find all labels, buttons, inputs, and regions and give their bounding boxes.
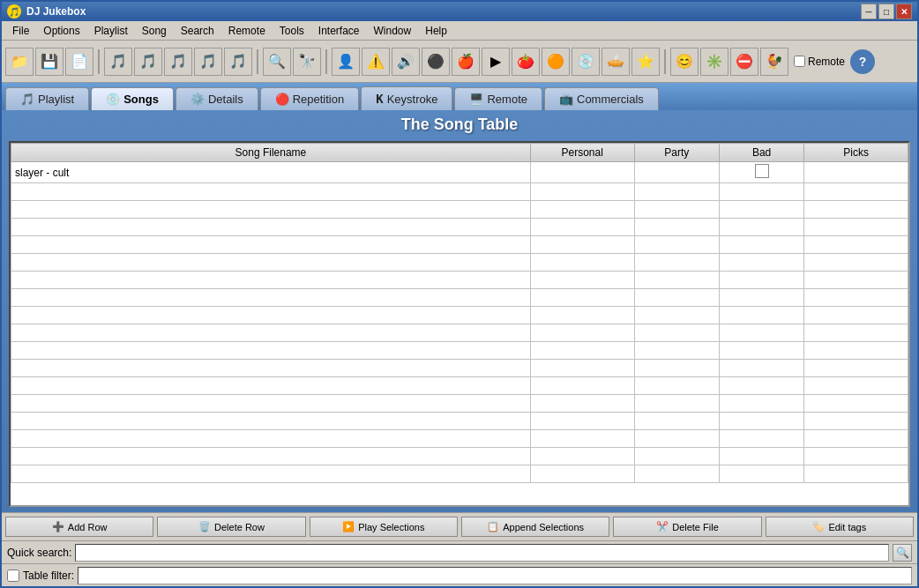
menu-interface[interactable]: Interface [311, 23, 367, 39]
quick-search-label: Quick search: [7, 547, 71, 559]
cell-personal [530, 162, 634, 183]
bottom-buttons: ➕ Add Row 🗑️ Delete Row ▶️ Play Selectio… [2, 512, 917, 540]
toolbar-pie[interactable]: 🥧 [601, 48, 630, 76]
remote-checkbox[interactable] [794, 56, 805, 67]
menu-remote[interactable]: Remote [221, 23, 273, 39]
commercials-tab-icon: 📺 [559, 93, 573, 106]
playlist-tab-icon: 🎵 [20, 93, 34, 106]
toolbar-sun[interactable]: ✳️ [700, 48, 728, 76]
toolbar-person[interactable]: 👤 [332, 48, 360, 76]
tab-playlist[interactable]: 🎵 Playlist [5, 87, 89, 110]
table-row[interactable]: slayer - cult [11, 162, 908, 183]
remote-checkbox-area: Remote [794, 56, 845, 68]
empty-row [11, 307, 908, 324]
tab-repetition[interactable]: 🔴 Repetition [260, 87, 360, 110]
menu-tools[interactable]: Tools [273, 23, 311, 39]
toolbar-music-3[interactable]: 🎵 [164, 48, 192, 76]
empty-row [11, 219, 908, 236]
empty-row [11, 183, 908, 201]
toolbar-music-1[interactable]: 🎵 [104, 48, 132, 76]
delete-file-button[interactable]: ✂️ Delete File [613, 517, 761, 537]
delete-file-icon: ✂️ [656, 521, 669, 532]
toolbar-music-4[interactable]: 🎵 [194, 48, 222, 76]
maximize-button[interactable]: □ [878, 4, 894, 19]
toolbar-star[interactable]: ⭐ [631, 48, 660, 76]
col-picks: Picks [804, 144, 908, 162]
table-filter-input[interactable] [78, 567, 912, 584]
toolbar-ball[interactable]: ⚫ [422, 48, 450, 76]
empty-row [11, 324, 908, 342]
menu-file[interactable]: File [5, 23, 36, 39]
add-row-icon: ➕ [52, 521, 64, 532]
filter-checkbox[interactable] [7, 569, 19, 582]
toolbar-speaker[interactable]: 🔊 [392, 48, 420, 76]
songs-tab-icon: 💿 [106, 93, 120, 106]
toolbar-document[interactable]: 📄 [65, 48, 93, 76]
toolbar-music-5[interactable]: 🎵 [224, 48, 252, 76]
toolbar-save[interactable]: 💾 [35, 48, 64, 76]
menu-window[interactable]: Window [367, 23, 419, 39]
delete-row-button[interactable]: 🗑️ Delete Row [157, 517, 305, 537]
bad-checkbox[interactable] [755, 164, 769, 178]
toolbar-binoculars[interactable]: 🔭 [293, 48, 321, 76]
quick-search-input[interactable] [75, 544, 889, 562]
table-header-row: Song Filename Personal Party Bad Picks [11, 144, 908, 162]
play-selections-button[interactable]: ▶️ Play Selections [310, 517, 458, 537]
minimize-button[interactable]: ─ [861, 4, 877, 19]
menu-song[interactable]: Song [135, 23, 174, 39]
col-bad: Bad [719, 144, 803, 162]
cell-filename: slayer - cult [11, 162, 531, 183]
table-filter-label: Table filter: [23, 569, 74, 582]
title-bar-controls: ─ □ ✕ [861, 4, 912, 19]
empty-row [11, 289, 908, 307]
menu-help[interactable]: Help [418, 23, 454, 39]
content-wrapper: The Song Table Song Filename Personal Pa… [2, 110, 917, 512]
toolbar-orange[interactable]: 🟠 [542, 48, 570, 76]
repetition-tab-label: Repetition [293, 93, 345, 106]
repetition-tab-icon: 🔴 [275, 93, 289, 106]
toolbar-play[interactable]: ▶ [482, 48, 510, 76]
empty-row [11, 254, 908, 272]
toolbar: 📁 💾 📄 🎵 🎵 🎵 🎵 🎵 🔍 🔭 👤 ⚠️ 🔊 ⚫ 🍎 ▶ 🍅 🟠 💿 🥧… [2, 41, 917, 83]
add-row-button[interactable]: ➕ Add Row [5, 517, 153, 537]
edit-tags-button[interactable]: 🏷️ Edit tags [766, 517, 914, 537]
empty-row [11, 413, 908, 430]
table-scroll-area[interactable]: Song Filename Personal Party Bad Picks s… [11, 143, 908, 505]
details-tab-icon: ⚙️ [191, 93, 205, 106]
song-table: Song Filename Personal Party Bad Picks s… [11, 143, 908, 483]
menu-options[interactable]: Options [36, 23, 86, 39]
toolbar-warning[interactable]: ⚠️ [362, 48, 390, 76]
window-title: DJ Jukebox [26, 5, 86, 18]
songs-tab-label: Songs [123, 93, 159, 106]
search-bar: Quick search: 🔍 [2, 540, 917, 563]
cell-bad[interactable] [719, 162, 803, 183]
append-selections-button[interactable]: 📋 Append Selections [461, 517, 609, 537]
toolbar-open-folder[interactable]: 📁 [5, 48, 34, 76]
keystroke-tab-label: Keystroke [387, 93, 438, 106]
remote-label: Remote [808, 56, 845, 68]
remote-tab-icon: 🖥️ [469, 93, 483, 106]
toolbar-rooster[interactable]: 🐓 [760, 48, 788, 76]
toolbar-search[interactable]: 🔍 [263, 48, 291, 76]
toolbar-tomato[interactable]: 🍅 [512, 48, 540, 76]
edit-tags-label: Edit tags [828, 522, 866, 532]
tab-songs[interactable]: 💿 Songs [91, 87, 174, 110]
close-button[interactable]: ✕ [896, 4, 912, 19]
toolbar-stop[interactable]: ⛔ [730, 48, 758, 76]
append-selections-label: Append Selections [503, 522, 584, 532]
help-button[interactable]: ? [850, 49, 875, 74]
toolbar-apple[interactable]: 🍎 [452, 48, 480, 76]
tab-details[interactable]: ⚙️ Details [176, 87, 258, 110]
menu-search[interactable]: Search [174, 23, 221, 39]
search-execute-button[interactable]: 🔍 [893, 544, 912, 562]
toolbar-cd[interactable]: 💿 [572, 48, 600, 76]
toolbar-face[interactable]: 😊 [670, 48, 699, 76]
toolbar-music-2[interactable]: 🎵 [134, 48, 162, 76]
menu-playlist[interactable]: Playlist [87, 23, 135, 39]
empty-row [11, 272, 908, 289]
tab-keystroke[interactable]: K Keystroke [361, 86, 452, 110]
app-window: 🎵 DJ Jukebox ─ □ ✕ File Options Playlist… [0, 0, 919, 588]
main-area: 🎵 Playlist 💿 Songs ⚙️ Details 🔴 Repetiti… [2, 83, 917, 586]
tab-commercials[interactable]: 📺 Commercials [544, 87, 659, 110]
tab-remote[interactable]: 🖥️ Remote [454, 87, 542, 110]
